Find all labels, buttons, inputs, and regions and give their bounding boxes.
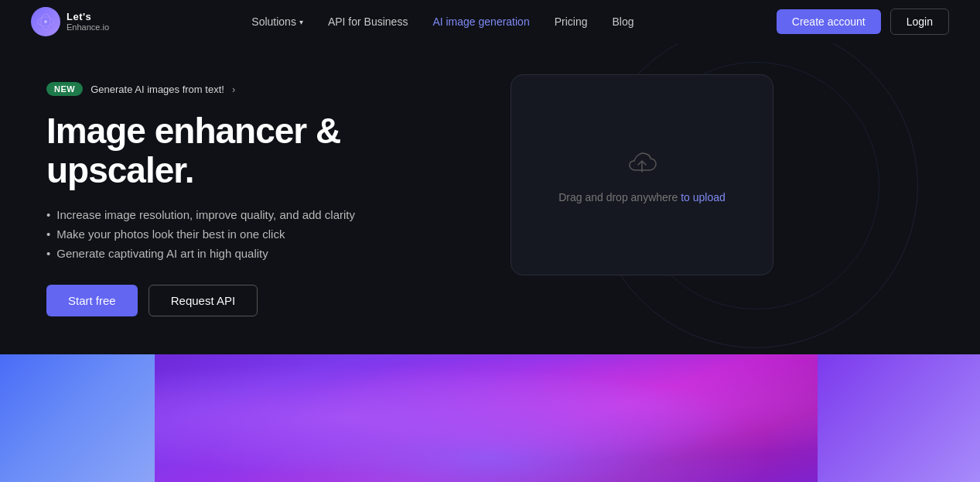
start-free-button[interactable]: Start free <box>46 285 138 316</box>
nav-blog[interactable]: Blog <box>613 15 634 28</box>
new-badge: NEW <box>46 82 83 96</box>
login-button[interactable]: Login <box>890 9 949 35</box>
logo-text: Let's Enhance.io <box>67 12 109 32</box>
badge-description: Generate AI images from text! <box>90 84 224 95</box>
svg-point-3 <box>44 20 47 23</box>
upload-dropzone[interactable]: Drag and drop anywhere to upload <box>510 74 773 275</box>
hero-section: NEW Generate AI images from text! › Imag… <box>0 43 980 354</box>
logo[interactable]: Let's Enhance.io <box>31 7 109 36</box>
upload-link[interactable]: to upload <box>681 191 726 203</box>
bottom-gradient-center <box>155 354 818 482</box>
logo-bottom: Enhance.io <box>67 22 109 32</box>
bottom-color-section <box>0 354 980 482</box>
list-item: Increase image resolution, improve quali… <box>46 208 480 221</box>
bottom-gradient-left <box>0 354 155 482</box>
list-item: Make your photos look their best in one … <box>46 227 480 241</box>
nav-solutions[interactable]: Solutions ▾ <box>251 15 303 28</box>
nav-actions: Create account Login <box>777 9 949 35</box>
hero-title: Image enhancer & upscaler. <box>46 111 480 190</box>
hero-content: NEW Generate AI images from text! › Imag… <box>46 82 480 316</box>
nav-ai-image[interactable]: AI image generation <box>432 15 529 28</box>
badge-arrow-icon: › <box>232 84 235 95</box>
upload-instruction: Drag and drop anywhere to upload <box>558 191 726 203</box>
hero-feature-list: Increase image resolution, improve quali… <box>46 208 480 260</box>
logo-icon <box>31 7 60 36</box>
list-item: Generate captivating AI art in high qual… <box>46 247 480 260</box>
request-api-button[interactable]: Request API <box>149 285 258 316</box>
logo-top: Let's <box>67 12 109 22</box>
create-account-button[interactable]: Create account <box>777 9 881 34</box>
hero-buttons: Start free Request API <box>46 285 480 316</box>
navbar: Let's Enhance.io Solutions ▾ API for Bus… <box>0 0 980 43</box>
bottom-gradient-right <box>818 354 980 482</box>
upload-cloud-icon <box>625 147 659 182</box>
nav-pricing[interactable]: Pricing <box>555 15 588 28</box>
nav-links: Solutions ▾ API for Business AI image ge… <box>251 15 633 28</box>
nav-api-business[interactable]: API for Business <box>328 15 408 28</box>
badge-row: NEW Generate AI images from text! › <box>46 82 480 96</box>
chevron-down-icon: ▾ <box>299 18 303 26</box>
